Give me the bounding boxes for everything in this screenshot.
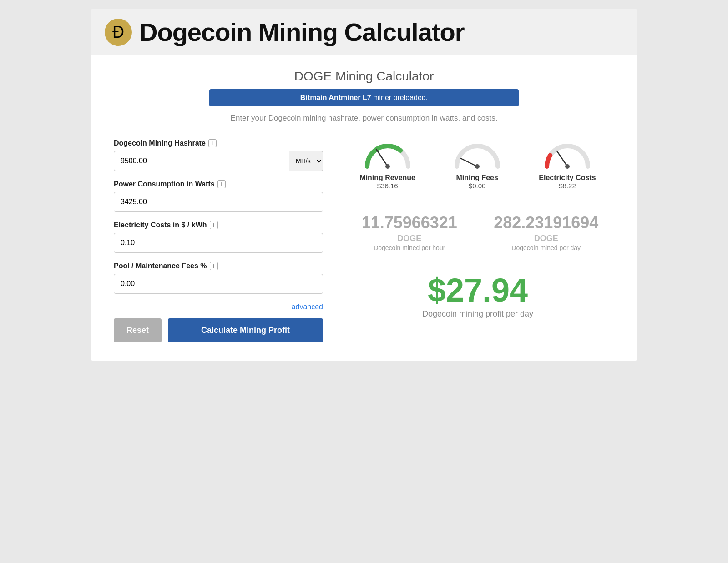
gauge-revenue: Mining Revenue $36.16 bbox=[359, 139, 415, 190]
svg-point-1 bbox=[385, 164, 390, 169]
main-content: DOGE Mining Calculator Bitmain Antminer … bbox=[91, 55, 637, 361]
pool-fees-label: Pool / Maintenance Fees % i bbox=[114, 262, 323, 270]
calculator-title: DOGE Mining Calculator bbox=[114, 69, 614, 84]
electricity-group: Electricity Costs in $ / kWh i bbox=[114, 221, 323, 253]
page-title: Dogecoin Mining Calculator bbox=[139, 17, 464, 47]
power-label: Power Consumption in Watts i bbox=[114, 180, 323, 188]
divider-2 bbox=[341, 266, 614, 266]
gauge-electricity-svg bbox=[542, 139, 592, 171]
reset-button[interactable]: Reset bbox=[114, 318, 162, 342]
calculate-button[interactable]: Calculate Mining Profit bbox=[168, 318, 323, 342]
doge-stat-daily: 282.23191694 DOGE Dogecoin mined per day bbox=[478, 206, 615, 259]
power-info-icon[interactable]: i bbox=[217, 180, 226, 188]
doge-logo: Ð bbox=[105, 19, 132, 46]
gauge-fees-value: $0.00 bbox=[469, 182, 486, 190]
doge-daily-number: 282.23191694 bbox=[478, 214, 615, 232]
left-panel: Dogecoin Mining Hashrate i MH/s Power Co… bbox=[114, 139, 323, 342]
advanced-link[interactable]: advanced bbox=[292, 303, 323, 311]
hashrate-label: Dogecoin Mining Hashrate i bbox=[114, 139, 323, 147]
gauge-revenue-value: $36.16 bbox=[377, 182, 398, 190]
svg-line-4 bbox=[557, 151, 567, 166]
pool-fees-input[interactable] bbox=[114, 274, 323, 294]
hashrate-group: Dogecoin Mining Hashrate i MH/s bbox=[114, 139, 323, 171]
gauge-fees: Mining Fees $0.00 bbox=[452, 139, 502, 190]
profit-amount: $27.94 bbox=[341, 274, 614, 307]
profit-desc: Dogecoin mining profit per day bbox=[341, 309, 614, 319]
svg-point-5 bbox=[565, 164, 570, 169]
advanced-link-container: advanced bbox=[114, 303, 323, 311]
doge-hourly-desc: Dogecoin mined per hour bbox=[341, 244, 478, 251]
page-wrapper: Ð Dogecoin Mining Calculator DOGE Mining… bbox=[91, 9, 637, 361]
hashrate-input-row: MH/s bbox=[114, 151, 323, 171]
miner-badge: Bitmain Antminer L7 miner preloaded. bbox=[209, 89, 519, 106]
doge-stat-hourly: 11.75966321 DOGE Dogecoin mined per hour bbox=[341, 206, 478, 259]
gauge-revenue-label: Mining Revenue bbox=[359, 174, 415, 182]
header: Ð Dogecoin Mining Calculator bbox=[91, 9, 637, 55]
gauges-row: Mining Revenue $36.16 Mining Fees $0.00 bbox=[341, 139, 614, 190]
pool-fees-info-icon[interactable]: i bbox=[210, 262, 218, 270]
calculator-body: Dogecoin Mining Hashrate i MH/s Power Co… bbox=[114, 139, 614, 342]
profit-section: $27.94 Dogecoin mining profit per day bbox=[341, 274, 614, 319]
gauge-fees-label: Mining Fees bbox=[456, 174, 498, 182]
electricity-input[interactable] bbox=[114, 233, 323, 253]
hashrate-input[interactable] bbox=[114, 151, 289, 171]
hashrate-unit-select[interactable]: MH/s bbox=[289, 151, 323, 171]
gauge-fees-svg bbox=[452, 139, 502, 171]
electricity-info-icon[interactable]: i bbox=[210, 221, 218, 229]
hashrate-info-icon[interactable]: i bbox=[208, 139, 217, 147]
subtitle: Enter your Dogecoin mining hashrate, pow… bbox=[114, 114, 614, 123]
doge-hourly-unit: DOGE bbox=[341, 234, 478, 243]
right-panel: Mining Revenue $36.16 Mining Fees $0.00 bbox=[341, 139, 614, 319]
miner-rest: miner preloaded. bbox=[371, 94, 428, 101]
gauge-electricity-label: Electricity Costs bbox=[539, 174, 596, 182]
gauge-electricity-value: $8.22 bbox=[559, 182, 576, 190]
power-group: Power Consumption in Watts i bbox=[114, 180, 323, 212]
button-row: Reset Calculate Mining Profit bbox=[114, 318, 323, 342]
doge-stats-row: 11.75966321 DOGE Dogecoin mined per hour… bbox=[341, 206, 614, 259]
svg-line-2 bbox=[460, 158, 477, 166]
pool-fees-group: Pool / Maintenance Fees % i bbox=[114, 262, 323, 294]
svg-point-3 bbox=[475, 164, 480, 169]
miner-name: Bitmain Antminer L7 bbox=[300, 94, 371, 101]
svg-line-0 bbox=[376, 149, 388, 166]
doge-daily-unit: DOGE bbox=[478, 234, 615, 243]
gauge-electricity: Electricity Costs $8.22 bbox=[539, 139, 596, 190]
electricity-label: Electricity Costs in $ / kWh i bbox=[114, 221, 323, 229]
doge-hourly-number: 11.75966321 bbox=[341, 214, 478, 232]
power-input[interactable] bbox=[114, 192, 323, 212]
doge-daily-desc: Dogecoin mined per day bbox=[478, 244, 615, 251]
gauge-revenue-svg bbox=[363, 139, 413, 171]
divider-1 bbox=[341, 199, 614, 199]
